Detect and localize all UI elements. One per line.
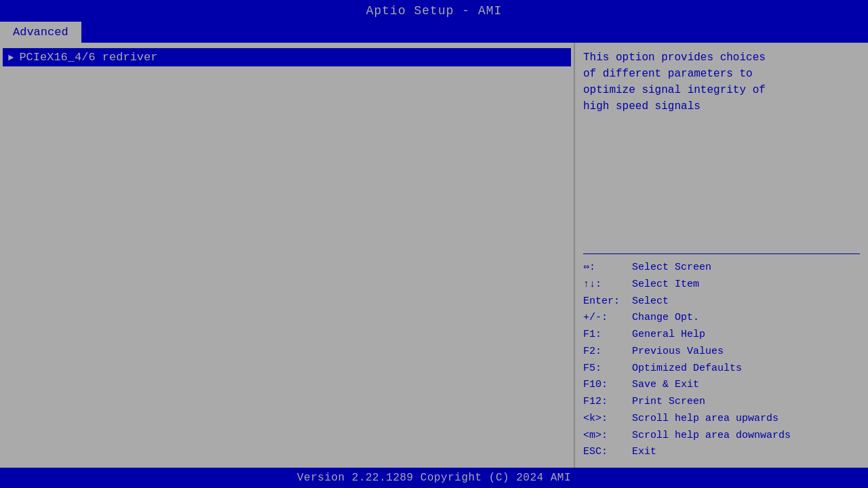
help-text: This option provides choicesof different… bbox=[583, 49, 860, 249]
key-label: <k>: bbox=[583, 411, 632, 428]
key-label: F2: bbox=[583, 344, 632, 361]
key-binding-line: ⇔: Select Screen bbox=[583, 260, 860, 277]
key-action: Exit bbox=[632, 444, 656, 461]
key-label: Enter: bbox=[583, 293, 632, 310]
main-content: ► PCIeX16_4/6 redriver This option provi… bbox=[0, 43, 868, 468]
footer: Version 2.22.1289 Copyright (C) 2024 AMI bbox=[0, 468, 868, 488]
key-action: General Help bbox=[632, 327, 705, 344]
footer-text: Version 2.22.1289 Copyright (C) 2024 AMI bbox=[297, 472, 571, 484]
key-binding-line: ↑↓: Select Item bbox=[583, 277, 860, 293]
tab-bar: Advanced bbox=[0, 20, 868, 43]
key-label: <m>: bbox=[583, 428, 632, 445]
key-binding-line: <k>: Scroll help area upwards bbox=[583, 411, 860, 428]
key-label: ⇔: bbox=[583, 260, 632, 277]
key-action: Optimized Defaults bbox=[632, 361, 742, 378]
menu-item-pcie[interactable]: ► PCIeX16_4/6 redriver bbox=[3, 48, 571, 66]
key-action: Select bbox=[632, 293, 669, 310]
key-action: Change Opt. bbox=[632, 310, 699, 327]
key-binding-line: F2: Previous Values bbox=[583, 344, 860, 361]
right-panel: This option provides choicesof different… bbox=[575, 43, 868, 468]
arrow-icon: ► bbox=[8, 52, 14, 63]
key-binding-line: F10: Save & Exit bbox=[583, 377, 860, 394]
help-text-content: This option provides choicesof different… bbox=[583, 52, 766, 113]
key-label: F1: bbox=[583, 327, 632, 344]
key-action: Select Screen bbox=[632, 260, 711, 277]
key-action: Scroll help area upwards bbox=[632, 411, 778, 428]
tab-advanced[interactable]: Advanced bbox=[0, 22, 81, 43]
key-action: Scroll help area downwards bbox=[632, 428, 791, 445]
key-label: ↑↓: bbox=[583, 277, 632, 293]
key-binding-line: +/-: Change Opt. bbox=[583, 310, 860, 327]
key-binding-line: <m>: Scroll help area downwards bbox=[583, 428, 860, 445]
key-action: Print Screen bbox=[632, 394, 705, 411]
key-binding-line: ESC: Exit bbox=[583, 444, 860, 461]
title-bar: Aptio Setup - AMI bbox=[0, 0, 868, 20]
key-label: F10: bbox=[583, 377, 632, 394]
app-title: Aptio Setup - AMI bbox=[366, 4, 502, 18]
key-binding-line: F1: General Help bbox=[583, 327, 860, 344]
key-binding-line: F12: Print Screen bbox=[583, 394, 860, 411]
help-divider bbox=[583, 253, 860, 254]
key-label: +/-: bbox=[583, 310, 632, 327]
left-panel: ► PCIeX16_4/6 redriver bbox=[0, 43, 575, 468]
key-label: ESC: bbox=[583, 444, 632, 461]
key-action: Select Item bbox=[632, 277, 699, 293]
key-binding-line: F5: Optimized Defaults bbox=[583, 361, 860, 378]
key-help: ⇔: Select Screen↑↓: Select ItemEnter: Se… bbox=[583, 260, 860, 461]
key-binding-line: Enter: Select bbox=[583, 293, 860, 310]
menu-item-label: PCIeX16_4/6 redriver bbox=[19, 51, 157, 64]
key-action: Save & Exit bbox=[632, 377, 699, 394]
key-action: Previous Values bbox=[632, 344, 724, 361]
key-label: F5: bbox=[583, 361, 632, 378]
key-label: F12: bbox=[583, 394, 632, 411]
